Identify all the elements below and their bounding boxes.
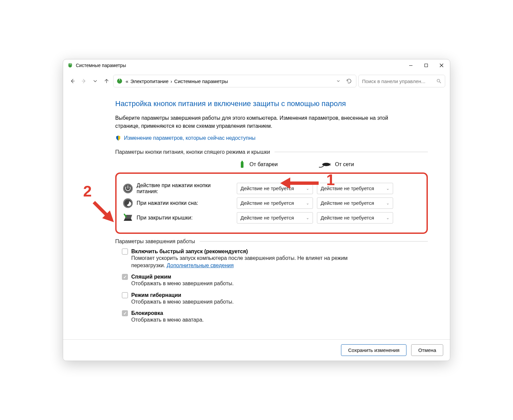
sleep-button-icon xyxy=(119,197,137,209)
intro-text: Выберите параметры завершения работы для… xyxy=(115,114,389,129)
search-field[interactable] xyxy=(362,78,434,84)
sleep-desc: Отображать в меню завершения работы. xyxy=(131,280,372,287)
lock-option: Блокировка Отображать в меню аватара. xyxy=(122,310,428,324)
hibernate-desc: Отображать в меню завершения работы. xyxy=(131,298,372,306)
hibernate-checkbox[interactable] xyxy=(122,292,128,298)
lid-close-ac-dropdown[interactable]: Действие не требуется⌄ xyxy=(317,212,393,224)
highlighted-settings-box: Действие при нажатии кнопки питания: Дей… xyxy=(115,172,428,234)
sleep-button-label: При нажатии кнопки сна: xyxy=(137,200,237,206)
breadcrumb-separator: › xyxy=(171,78,172,84)
window-title: Системные параметры xyxy=(76,63,126,68)
plug-icon xyxy=(318,160,332,168)
content: Настройка кнопок питания и включение защ… xyxy=(63,91,450,360)
search-input[interactable] xyxy=(358,75,445,87)
section-shutdown-title: Параметры завершения работы xyxy=(115,239,428,245)
cancel-button[interactable]: Отмена xyxy=(411,344,443,356)
save-button[interactable]: Сохранить изменения xyxy=(341,344,406,356)
lid-close-row: При закрытии крышки: Действие не требует… xyxy=(119,212,422,224)
maximize-button[interactable] xyxy=(418,59,434,71)
svg-point-12 xyxy=(322,163,330,166)
lock-title: Блокировка xyxy=(131,310,163,316)
close-button[interactable] xyxy=(434,59,449,71)
laptop-lid-icon xyxy=(119,212,137,224)
window: Системные параметры « xyxy=(63,59,450,361)
sleep-checkbox[interactable] xyxy=(122,274,128,280)
annotation-number-2: 2 xyxy=(83,182,92,200)
svg-rect-14 xyxy=(330,165,331,165)
battery-icon xyxy=(238,159,246,170)
fastboot-more-link[interactable]: Дополнительные сведения xyxy=(167,263,234,268)
chevron-down-icon: ⌄ xyxy=(386,186,389,191)
power-plan-icon xyxy=(67,62,73,68)
power-button-row: Действие при нажатии кнопки питания: Дей… xyxy=(119,182,422,194)
lock-checkbox[interactable] xyxy=(122,310,128,316)
address-bar[interactable]: « Электропитание › Системные параметры xyxy=(113,75,356,87)
chevron-down-icon: ⌄ xyxy=(306,216,309,220)
navbar: « Электропитание › Системные параметры xyxy=(63,71,450,91)
hibernate-title: Режим гибернации xyxy=(131,292,181,298)
svg-rect-10 xyxy=(241,162,243,168)
sleep-option: Спящий режим Отображать в меню завершени… xyxy=(122,274,428,287)
power-button-icon xyxy=(119,182,137,194)
ac-column-header: От сети xyxy=(318,160,398,168)
titlebar: Системные параметры xyxy=(63,59,450,71)
sleep-button-ac-dropdown[interactable]: Действие не требуется⌄ xyxy=(317,197,393,209)
power-button-label: Действие при нажатии кнопки питания: xyxy=(137,182,237,194)
power-plan-icon xyxy=(116,78,123,84)
svg-rect-1 xyxy=(70,63,70,65)
fastboot-desc: Помогает ускорить запуск компьютера посл… xyxy=(131,255,348,268)
chevron-down-icon[interactable] xyxy=(335,79,342,83)
svg-rect-2 xyxy=(409,65,412,66)
refresh-button[interactable] xyxy=(345,78,353,84)
svg-rect-7 xyxy=(119,79,120,81)
columns-header: От батареи От сети xyxy=(115,159,428,170)
chevron-down-icon: ⌄ xyxy=(386,201,389,205)
footer: Сохранить изменения Отмена xyxy=(63,339,450,361)
lid-close-label: При закрытии крышки: xyxy=(137,215,237,221)
section-buttons-title: Параметры кнопки питания, кнопки спящего… xyxy=(115,149,428,155)
lid-close-battery-dropdown[interactable]: Действие не требуется⌄ xyxy=(237,212,313,224)
power-button-ac-dropdown[interactable]: Действие не требуется⌄ xyxy=(317,183,393,194)
page-title: Настройка кнопок питания и включение защ… xyxy=(115,99,428,108)
svg-rect-11 xyxy=(241,161,243,162)
unlock-link-text: Изменение параметров, которые сейчас нед… xyxy=(124,135,255,141)
svg-rect-3 xyxy=(425,64,428,67)
breadcrumb-prefix: « xyxy=(126,78,128,84)
fastboot-checkbox[interactable] xyxy=(122,249,128,255)
breadcrumb-item[interactable]: Электропитание xyxy=(130,78,168,84)
sleep-button-battery-dropdown[interactable]: Действие не требуется⌄ xyxy=(237,197,313,209)
back-button[interactable] xyxy=(68,76,77,86)
sleep-button-row: При нажатии кнопки сна: Действие не треб… xyxy=(119,197,422,209)
power-button-battery-dropdown[interactable]: Действие не требуется⌄ xyxy=(237,183,313,194)
shutdown-options: Включить быстрый запуск (рекомендуется) … xyxy=(115,249,428,324)
svg-point-8 xyxy=(437,79,440,82)
forward-button[interactable] xyxy=(79,76,89,86)
fastboot-title: Включить быстрый запуск (рекомендуется) xyxy=(131,249,248,255)
up-button[interactable] xyxy=(102,76,111,86)
hibernate-option: Режим гибернации Отображать в меню завер… xyxy=(122,292,428,306)
breadcrumb: « Электропитание › Системные параметры xyxy=(126,78,332,84)
minimize-button[interactable] xyxy=(403,59,418,71)
search-icon xyxy=(436,78,442,84)
chevron-down-icon: ⌄ xyxy=(306,186,309,191)
svg-line-9 xyxy=(440,82,441,83)
history-chevron[interactable] xyxy=(91,76,100,86)
breadcrumb-item[interactable]: Системные параметры xyxy=(174,78,228,84)
chevron-down-icon: ⌄ xyxy=(306,201,309,205)
shield-icon xyxy=(115,135,121,141)
battery-column-header: От батареи xyxy=(238,159,318,170)
sleep-title: Спящий режим xyxy=(131,274,171,280)
annotation-arrow-2 xyxy=(91,199,117,226)
chevron-down-icon: ⌄ xyxy=(386,216,389,220)
unlock-settings-link[interactable]: Изменение параметров, которые сейчас нед… xyxy=(115,135,428,141)
fastboot-option: Включить быстрый запуск (рекомендуется) … xyxy=(122,249,428,270)
lock-desc: Отображать в меню аватара. xyxy=(131,316,372,324)
svg-rect-13 xyxy=(330,163,331,164)
